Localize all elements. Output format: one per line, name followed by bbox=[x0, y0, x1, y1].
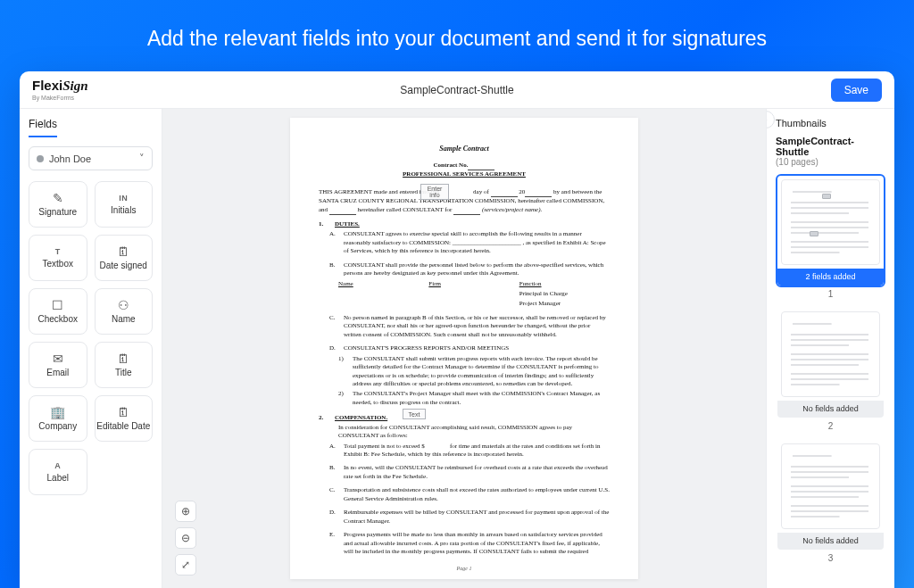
field-tile-signature[interactable]: ✎Signature bbox=[29, 181, 87, 228]
sec2e: Progress payments will be made no less t… bbox=[344, 531, 610, 556]
role-pm: Project Manager bbox=[519, 300, 610, 308]
sec2d: Reimbursable expenses will be billed by … bbox=[344, 509, 610, 526]
sec2-hdr: COMPENSATION. bbox=[335, 414, 387, 422]
name-icon: ⚇ bbox=[118, 299, 129, 311]
fields-panel-title: Fields bbox=[29, 118, 57, 137]
field-tile-label: Signature bbox=[38, 207, 77, 217]
col-name: Name bbox=[338, 280, 428, 288]
sec2c: Transportation and subsistence costs sha… bbox=[344, 486, 610, 503]
field-tile-checkbox[interactable]: ☐Checkbox bbox=[29, 288, 87, 335]
field-tile-label: Checkbox bbox=[38, 314, 78, 324]
field-tile-label: Date signed bbox=[100, 261, 147, 270]
sec1d1: The CONSULTANT shall submit written prog… bbox=[353, 355, 610, 389]
page-number: Page 1 bbox=[319, 565, 610, 572]
thumbnail-badge: 2 fields added bbox=[777, 269, 884, 286]
title-icon: 🗓 bbox=[117, 352, 129, 365]
main-area: Fields John Doe ˅ ✎SignatureINInitialsTT… bbox=[20, 109, 894, 588]
sec1a: CONSULTANT agrees to exercise special sk… bbox=[344, 230, 610, 255]
sec2-intro: In consideration for CONSULTANT accompli… bbox=[338, 424, 610, 441]
signer-name: John Doe bbox=[49, 153, 91, 164]
document-page-1: Sample Contract Contract No. PROFESSIONA… bbox=[290, 118, 638, 579]
sec1-hdr: DUTIES. bbox=[335, 220, 360, 228]
doc-contract-no-label: Contract No. bbox=[434, 161, 469, 169]
signature-icon: ✎ bbox=[53, 192, 63, 204]
thumbnail-preview bbox=[781, 311, 880, 397]
field-tile-label: Label bbox=[47, 473, 69, 483]
zoom-controls: ⊕ ⊖ ⤢ bbox=[175, 501, 196, 576]
sec1c: No person named in paragraph B of this S… bbox=[344, 314, 610, 339]
field-tile-date-signed[interactable]: 🗓Date signed bbox=[95, 235, 154, 281]
doc-heading-sample: Sample Contract bbox=[319, 145, 610, 154]
signer-color-dot bbox=[37, 155, 44, 162]
email-icon: ✉ bbox=[53, 352, 63, 365]
thumbnail-number-2: 2 bbox=[776, 421, 885, 431]
thumbnail-number-3: 3 bbox=[776, 553, 885, 563]
thumbnail-badge: No fields added bbox=[777, 401, 884, 418]
thumbnails-panel: › Thumbnails SampleContract-Shuttle (10 … bbox=[766, 109, 894, 588]
field-tile-label: Textbox bbox=[43, 259, 73, 269]
thumbnail-number-1: 1 bbox=[776, 289, 885, 299]
thumbnail-badge: No fields added bbox=[777, 533, 884, 550]
field-tile-editable-date[interactable]: 🗓Editable Date bbox=[95, 395, 154, 442]
field-tile-label: Title bbox=[115, 368, 132, 377]
field-tile-company[interactable]: 🏢Company bbox=[29, 395, 87, 442]
doc-intro: THIS AGREEMENT made and entered into thi… bbox=[319, 188, 610, 215]
fit-button[interactable]: ⤢ bbox=[175, 554, 196, 576]
thumbnails-title: Thumbnails bbox=[776, 118, 885, 128]
zoom-out-button[interactable]: ⊖ bbox=[175, 527, 196, 549]
app-window: FlexiSign By MakeForms SampleContract-Sh… bbox=[20, 71, 894, 588]
col-func: Function bbox=[519, 280, 610, 288]
document-viewport[interactable]: ⊕ ⊖ ⤢ Sample Contract Contract No. PROFE… bbox=[162, 109, 766, 588]
textbox-icon: T bbox=[55, 248, 61, 256]
editable-date-icon: 🗓 bbox=[117, 406, 129, 418]
role-pic: Principal in Charge bbox=[519, 290, 610, 298]
thumbnails-page-count: (10 pages) bbox=[776, 157, 885, 167]
sec1d-hdr: CONSULTANT'S PROGRESS REPORTS AND/OR MEE… bbox=[344, 344, 509, 352]
thumbnail-preview bbox=[781, 179, 880, 265]
fields-grid: ✎SignatureINInitialsTTextbox🗓Date signed… bbox=[29, 181, 153, 495]
field-tile-email[interactable]: ✉Email bbox=[29, 342, 87, 388]
thumbnail-preview bbox=[781, 443, 880, 529]
field-tile-label: Initials bbox=[111, 205, 136, 215]
collapse-thumbnails-button[interactable]: › bbox=[766, 111, 775, 128]
col-firm: Firm bbox=[428, 280, 519, 288]
thumbnail-page-2[interactable]: No fields added bbox=[776, 306, 885, 419]
field-tile-label: Name bbox=[112, 314, 136, 324]
document-title: SampleContract-Shuttle bbox=[400, 84, 513, 96]
brand-logo: FlexiSign By MakeForms bbox=[32, 79, 88, 101]
initials-icon: IN bbox=[119, 195, 128, 203]
field-tile-label[interactable]: ALabel bbox=[29, 449, 87, 495]
brand-flexi: Flexi bbox=[32, 78, 62, 93]
field-tile-label: Company bbox=[38, 421, 77, 431]
zoom-in-button[interactable]: ⊕ bbox=[175, 501, 196, 522]
date-signed-icon: 🗓 bbox=[117, 245, 129, 258]
thumbnail-page-3[interactable]: No fields added bbox=[776, 438, 885, 551]
save-button[interactable]: Save bbox=[831, 79, 882, 102]
sec2a: Total payment is not to exceed $for time… bbox=[344, 443, 610, 460]
promo-headline: Add the relevant fields into your docume… bbox=[0, 0, 914, 69]
signer-select[interactable]: John Doe ˅ bbox=[29, 146, 153, 170]
field-tile-name[interactable]: ⚇Name bbox=[95, 288, 154, 335]
label-icon: A bbox=[54, 462, 61, 470]
brand-sub: By MakeForms bbox=[32, 95, 88, 101]
thumbnail-page-1[interactable]: 2 fields added bbox=[776, 174, 885, 287]
sec2b: In no event, will the CONSULTANT be reim… bbox=[344, 464, 610, 481]
thumbnails-doc-name: SampleContract-Shuttle bbox=[776, 136, 885, 157]
brand-sign: Sign bbox=[62, 79, 87, 93]
checkbox-icon: ☐ bbox=[52, 299, 63, 311]
doc-psa-heading: PROFESSIONAL SERVICES AGREEMENT bbox=[319, 170, 610, 178]
fields-panel: Fields John Doe ˅ ✎SignatureINInitialsTT… bbox=[20, 109, 162, 588]
sec1-num: 1. bbox=[319, 220, 329, 228]
field-tile-title[interactable]: 🗓Title bbox=[95, 342, 154, 388]
topbar: FlexiSign By MakeForms SampleContract-Sh… bbox=[20, 71, 894, 109]
field-tile-label: Email bbox=[46, 368, 69, 377]
sec1d2: The CONSULTANT's Project Manager shall m… bbox=[353, 390, 610, 407]
field-tile-label: Editable Date bbox=[96, 421, 150, 431]
placed-field-enter-info[interactable]: Enter info bbox=[420, 184, 449, 200]
field-tile-textbox[interactable]: TTextbox bbox=[29, 235, 87, 281]
sec1b: CONSULTANT shall provide the personnel l… bbox=[344, 261, 610, 278]
field-tile-initials[interactable]: INInitials bbox=[95, 181, 154, 228]
placed-field-text[interactable]: Text bbox=[403, 409, 426, 419]
sec2-num: 2. bbox=[319, 414, 329, 422]
company-icon: 🏢 bbox=[50, 406, 65, 418]
